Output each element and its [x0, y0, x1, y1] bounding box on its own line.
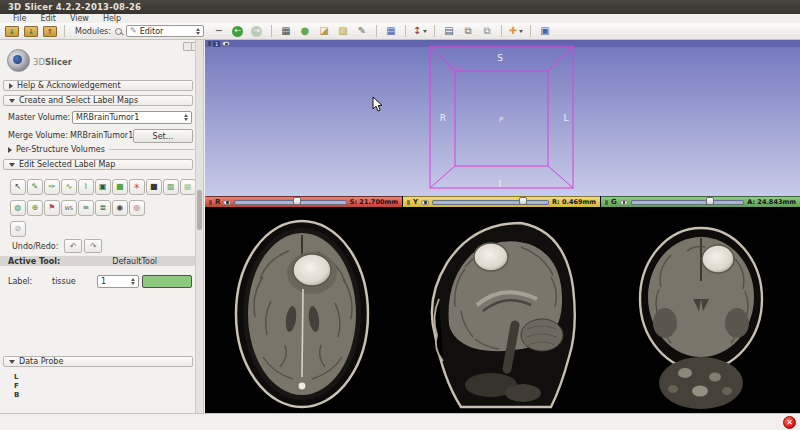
menu-file[interactable]: File — [6, 14, 33, 23]
screenshot-button[interactable]: ▤ — [441, 24, 457, 38]
level-tracing-effect-button[interactable]: ∿ — [61, 179, 77, 195]
favorite-module-data-button[interactable]: ▦ — [278, 24, 294, 38]
load-data-button[interactable]: ↓ — [23, 24, 39, 38]
threshold-effect-button[interactable]: ≡ — [78, 200, 94, 216]
master-volume-combobox[interactable]: MRBrainTumor1 — [72, 111, 192, 124]
add-data-shortcut-button[interactable]: ✚ — [508, 24, 524, 38]
label-value-spinbox[interactable]: 1 — [97, 275, 139, 288]
panel-scrollbar[interactable] — [195, 40, 203, 413]
threeD-view[interactable]: 1 S R L P I — [205, 40, 800, 196]
view-layout-area: 1 S R L P I — [205, 40, 800, 413]
mouse-crosshair-button[interactable]: ↕ — [412, 24, 428, 38]
redo-button[interactable]: ↷ — [84, 239, 102, 253]
identify-islands-effect-button[interactable]: ■ — [112, 179, 128, 195]
module-back-button[interactable]: ← — [230, 24, 246, 38]
pushpin-icon[interactable] — [407, 200, 410, 205]
orientation-label-superior: S — [497, 53, 503, 63]
misc-tool-button[interactable]: ⊘ — [10, 221, 26, 237]
panel-scrollbar-thumb[interactable] — [197, 190, 202, 230]
grow-cut-effect-button[interactable]: ▦ — [180, 179, 196, 195]
remove-islands-effect-button[interactable]: ■ — [146, 179, 162, 195]
draw-effect-button[interactable]: ✑ — [44, 179, 60, 195]
axial-mri-image — [205, 207, 402, 413]
module-forward-button[interactable]: → — [249, 24, 265, 38]
yellow-slice-offset-value: R: 0.469mm — [552, 198, 596, 206]
menu-bar: FileEditViewHelp — [0, 14, 800, 23]
module-history-button[interactable]: − — [211, 24, 227, 38]
per-structure-volumes-section[interactable]: Per-Structure Volumes — [0, 144, 196, 155]
rectangle-effect-button[interactable]: ▣ — [95, 179, 111, 195]
help-acknowledgement-section[interactable]: Help & Acknowledgement — [3, 80, 193, 91]
load-dicom-button[interactable]: ↓ — [4, 24, 20, 38]
module-history-icon: − — [215, 26, 223, 36]
data-probe-section[interactable]: Data Probe — [3, 356, 193, 367]
visibility-eye-icon[interactable] — [223, 200, 231, 205]
label-color-swatch[interactable] — [142, 275, 192, 288]
slider-handle[interactable] — [706, 197, 714, 205]
menu-help[interactable]: Help — [96, 14, 128, 23]
pushpin-icon[interactable] — [605, 200, 608, 205]
change-island-effect-icon: ✳ — [133, 183, 140, 191]
green-slice-view[interactable] — [601, 207, 800, 413]
threshold-paint-effect-button[interactable]: ≣ — [95, 200, 111, 216]
save-island-effect-button[interactable]: ▩ — [163, 179, 179, 195]
toolbar-separator — [64, 25, 65, 37]
watershed-effect-button[interactable]: WS — [61, 200, 77, 216]
menu-view[interactable]: View — [63, 14, 96, 23]
error-log-icon[interactable]: ✕ — [783, 416, 796, 429]
red-slice-offset-value: S: 21.700mm — [350, 198, 398, 206]
wand-effect-button[interactable]: ⌇ — [78, 179, 94, 195]
red-slice-controller-bar[interactable]: R S: 21.700mm — [205, 196, 402, 207]
favorite-module-volume-rendering-button[interactable]: ▨ — [335, 24, 351, 38]
toolbar-separator — [434, 25, 435, 37]
layout-selector-button[interactable]: ▦ — [383, 24, 399, 38]
slider-handle[interactable] — [519, 197, 527, 205]
fast-marching-effect-button[interactable]: ◎ — [129, 200, 145, 216]
favorite-module-transforms-button[interactable]: ◪ — [316, 24, 332, 38]
pushpin-icon[interactable] — [209, 200, 212, 205]
module-search-icon[interactable] — [115, 28, 122, 35]
scene-view-capture-button[interactable]: ⧉ — [460, 24, 476, 38]
status-bar: ✕ — [0, 413, 800, 430]
create-select-labelmaps-section[interactable]: Create and Select Label Maps — [3, 95, 193, 106]
green-slice-offset-value: A: 24.843mm — [747, 198, 796, 206]
window-titlebar[interactable]: 3D Slicer 4.2.2-2013-08-26 — [0, 0, 800, 14]
edit-selected-labelmap-section[interactable]: Edit Selected Label Map — [3, 159, 193, 170]
change-label-effect-button[interactable]: ⚑ — [44, 200, 60, 216]
favorite-module-models-icon: ● — [301, 26, 310, 36]
error-x-glyph: ✕ — [786, 418, 793, 427]
dropdown-caret-icon — [519, 30, 523, 33]
module-selector-combobox[interactable]: ✎ Editor — [126, 25, 204, 37]
save-scene-button[interactable]: ↑ — [42, 24, 58, 38]
set-merge-volume-button[interactable]: Set... — [133, 129, 193, 143]
yellow-slice-offset-slider[interactable] — [432, 200, 549, 205]
spinbox-arrows-icon — [131, 278, 135, 285]
red-slice-view[interactable] — [205, 207, 402, 413]
visibility-eye-icon[interactable] — [421, 200, 429, 205]
favorite-module-models-button[interactable]: ● — [297, 24, 313, 38]
menu-edit[interactable]: Edit — [33, 14, 63, 23]
paint-effect-button[interactable]: ✎ — [27, 179, 43, 195]
default-tool-button[interactable]: ↖ — [10, 179, 26, 195]
erode-effect-button[interactable]: ◍ — [10, 200, 26, 216]
favorite-module-editor-button[interactable]: ✎ — [354, 24, 370, 38]
green-slice-offset-slider[interactable] — [631, 200, 745, 205]
main-toolbar: ↓↓↑ Modules: ✎ Editor −←→▦●◪▨✎▦↕▤⧉⧉✚▣ — [0, 23, 800, 40]
yellow-slice-controller-bar[interactable]: Y R: 0.469mm — [403, 196, 600, 207]
green-slice-controller-bar[interactable]: G A: 24.843mm — [601, 196, 800, 207]
paint-effect-icon: ✎ — [31, 183, 38, 191]
make-model-effect-icon: ◉ — [116, 204, 123, 212]
slider-handle[interactable] — [293, 197, 301, 205]
change-island-effect-button[interactable]: ✳ — [129, 179, 145, 195]
undo-button[interactable]: ↶ — [64, 239, 82, 253]
orientation-label-right: R — [440, 113, 446, 123]
sagittal-mri-image — [403, 207, 600, 413]
make-model-effect-button[interactable]: ◉ — [112, 200, 128, 216]
yellow-slice-view[interactable] — [403, 207, 600, 413]
visibility-eye-icon[interactable] — [620, 200, 628, 205]
modules-label: Modules: — [75, 27, 111, 36]
dilate-effect-button[interactable]: ⊕ — [27, 200, 43, 216]
scene-view-restore-button[interactable]: ⧉ — [479, 24, 495, 38]
extension-manager-button[interactable]: ▣ — [537, 24, 553, 38]
red-slice-offset-slider[interactable] — [234, 200, 346, 205]
